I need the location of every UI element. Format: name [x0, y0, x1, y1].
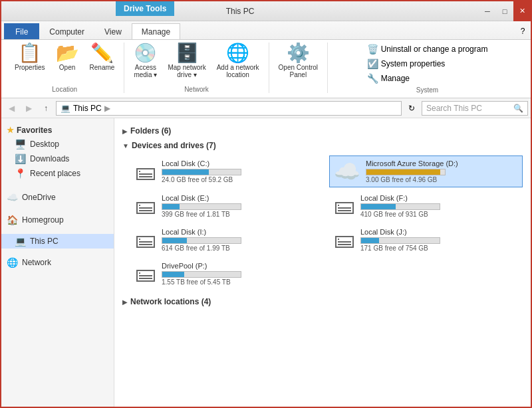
drive-j-name: Local Disk (J:): [360, 228, 518, 236]
system-properties-button[interactable]: ☑️ System properties: [363, 57, 492, 70]
minimize-button[interactable]: ─: [479, 1, 496, 21]
manage-button[interactable]: 🔧 Manage: [363, 72, 492, 85]
drive-j-bar-bg: [360, 237, 440, 244]
back-button[interactable]: ◀: [4, 101, 19, 116]
open-control-panel-button[interactable]: ⚙️ Open ControlPanel: [275, 43, 322, 80]
maximize-button[interactable]: □: [496, 1, 513, 21]
folders-section-title: Folders (6): [130, 126, 171, 136]
drive-d-info: Microsoft Azure Storage (D:) 3.00 GB fre…: [366, 159, 518, 183]
up-button[interactable]: ↑: [39, 101, 53, 116]
sidebar-item-desktop[interactable]: 🖥️ Desktop: [1, 137, 114, 152]
onedrive-label: OneDrive: [22, 193, 56, 202]
search-box[interactable]: Search This PC 🔍: [422, 101, 528, 116]
open-icon: 📂: [56, 44, 79, 62]
open-button[interactable]: 📂 Open: [52, 43, 83, 72]
sidebar-item-homegroup[interactable]: 🏠 Homegroup: [1, 211, 114, 229]
devices-drives-title: Devices and drives (7): [132, 141, 216, 150]
address-path[interactable]: 💻 This PC ▶: [56, 101, 402, 116]
tab-manage[interactable]: Manage: [132, 23, 180, 39]
recent-places-label: Recent places: [30, 169, 80, 178]
rename-label: Rename: [90, 64, 115, 71]
drive-tools-tab[interactable]: Drive Tools: [116, 1, 174, 16]
map-network-drive-button[interactable]: 🗄️ Map networkdrive ▾: [164, 43, 209, 80]
homegroup-icon: 🏠: [7, 215, 18, 225]
refresh-button[interactable]: ↻: [404, 101, 419, 116]
drive-azure-d[interactable]: ☁️ Microsoft Azure Storage (D:) 3.00 GB …: [329, 155, 523, 187]
ribbon-group-system: 🗑️ Uninstall or change a program ☑️ Syst…: [328, 43, 527, 93]
search-placeholder: Search This PC: [426, 104, 513, 113]
uninstall-button[interactable]: 🗑️ Uninstall or change a program: [363, 43, 492, 56]
drive-local-i[interactable]: 🖴 Local Disk (I:) 614 GB free of 1.99 TB: [130, 224, 324, 255]
drive-j-info: Local Disk (J:) 171 GB free of 754 GB: [360, 228, 518, 252]
homegroup-label: Homegroup: [22, 215, 64, 225]
ribbon-tabs: File Computer View Manage ?: [1, 21, 531, 40]
downloads-label: Downloads: [30, 154, 69, 163]
sidebar-item-onedrive[interactable]: ☁️ OneDrive: [1, 189, 114, 206]
sidebar-item-network[interactable]: 🌐 Network: [1, 254, 114, 271]
drives-arrow-icon: ▼: [122, 142, 129, 150]
favorites-label: Favorites: [17, 126, 52, 135]
access-media-label: Accessmedia ▾: [134, 64, 157, 78]
drive-c-icon: 🖴: [135, 159, 156, 184]
drive-d-name: Microsoft Azure Storage (D:): [366, 159, 518, 167]
drive-local-f[interactable]: 🖴 Local Disk (F:) 410 GB free of 931 GB: [329, 190, 523, 221]
drive-p-info: DrivePool (P:) 1.55 TB free of 5.45 TB: [162, 262, 319, 286]
breadcrumb-this-pc[interactable]: This PC: [73, 104, 102, 113]
title-bar: Drive Tools This PC ─ □ ✕: [1, 1, 531, 21]
control-panel-label: Open ControlPanel: [279, 64, 318, 78]
drive-c-bar-bg: [162, 169, 241, 175]
ribbon-group-network: 💿 Accessmedia ▾ 🗄️ Map networkdrive ▾ 🌐 …: [124, 43, 269, 93]
network-locations-section-header[interactable]: ▶ Network locations (4): [122, 294, 523, 309]
add-network-location-button[interactable]: 🌐 Add a networklocation: [213, 43, 263, 80]
favorites-header[interactable]: ★ Favorites: [1, 124, 114, 137]
control-panel-icon: ⚙️: [287, 44, 310, 62]
window-title: This PC: [1, 7, 479, 16]
drive-p-size: 1.55 TB free of 5.45 TB: [162, 278, 319, 286]
drive-drivepool-p[interactable]: 🖴 DrivePool (P:) 1.55 TB free of 5.45 TB: [130, 258, 324, 289]
desktop-label: Desktop: [30, 140, 59, 149]
ribbon-system-items: 🗑️ Uninstall or change a program ☑️ Syst…: [363, 43, 492, 85]
onedrive-icon: ☁️: [7, 192, 18, 203]
ribbon-group-location: 📋 Properties 📂 Open ✏️ Rename Location: [5, 43, 124, 93]
drive-local-j[interactable]: 🖴 Local Disk (J:) 171 GB free of 754 GB: [329, 224, 523, 255]
properties-button[interactable]: 📋 Properties: [11, 43, 49, 72]
drive-p-bar-bg: [162, 271, 241, 278]
drive-local-e[interactable]: 🖴 Local Disk (E:) 399 GB free of 1.81 TB: [130, 190, 324, 221]
folders-arrow-icon: ▶: [122, 128, 128, 135]
sidebar-item-this-pc[interactable]: 💻 This PC: [1, 234, 114, 249]
drive-local-c[interactable]: 🖴 Local Disk (C:) 24.0 GB free of 59.2 G…: [130, 155, 324, 187]
drives-grid: 🖴 Local Disk (C:) 24.0 GB free of 59.2 G…: [122, 153, 523, 292]
drive-i-bar-fill: [162, 238, 187, 243]
network-locations-title: Network locations (4): [130, 297, 211, 306]
drive-p-bar-fill: [162, 272, 184, 277]
map-network-icon: 🗄️: [176, 44, 199, 62]
tab-file[interactable]: File: [4, 23, 39, 39]
open-label: Open: [59, 64, 75, 71]
drive-f-name: Local Disk (F:): [360, 194, 518, 202]
sidebar-item-downloads[interactable]: ⬇️ Downloads: [1, 152, 114, 166]
rename-button[interactable]: ✏️ Rename: [86, 43, 119, 72]
access-media-button[interactable]: 💿 Accessmedia ▾: [130, 43, 161, 80]
folders-section-header[interactable]: ▶ Folders (6): [122, 124, 523, 138]
manage-icon: 🔧: [367, 73, 378, 84]
close-button[interactable]: ✕: [513, 1, 531, 21]
main-area: ★ Favorites 🖥️ Desktop ⬇️ Downloads 📍 Re…: [1, 118, 531, 408]
system-group-label: System: [416, 85, 438, 94]
drive-e-icon: 🖴: [135, 193, 156, 218]
star-icon: ★: [7, 126, 14, 135]
forward-button[interactable]: ▶: [21, 101, 36, 116]
tab-view[interactable]: View: [94, 23, 132, 39]
drive-c-size: 24.0 GB free of 59.2 GB: [162, 176, 319, 183]
drive-f-icon: 🖴: [334, 193, 355, 218]
drive-p-name: DrivePool (P:): [162, 262, 319, 270]
add-network-label: Add a networklocation: [217, 64, 259, 78]
drive-d-bar-bg: [366, 169, 446, 175]
drive-i-name: Local Disk (I:): [162, 228, 319, 236]
devices-drives-section-header[interactable]: ▼ Devices and drives (7): [122, 138, 523, 153]
help-button[interactable]: ?: [515, 23, 531, 39]
manage-label: Manage: [381, 74, 410, 83]
sidebar-item-recent-places[interactable]: 📍 Recent places: [1, 166, 114, 181]
tab-computer[interactable]: Computer: [39, 23, 94, 39]
drive-d-size: 3.00 GB free of 4.96 GB: [366, 176, 518, 183]
drive-d-icon: ☁️: [334, 159, 360, 184]
